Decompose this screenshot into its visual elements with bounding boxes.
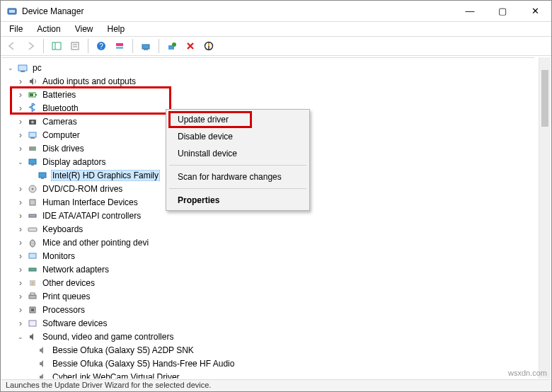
tree-item-sound-controllers[interactable]: Sound, video and game controllers [6, 330, 534, 343]
device-tree[interactable]: pc Audio inputs and outputs Batteries Bl… [1, 57, 534, 379]
svg-rect-20 [30, 93, 33, 96]
separator [159, 39, 159, 53]
menubar: File Action View Help [1, 22, 551, 36]
tree-item[interactable]: Audio inputs and outputs [6, 74, 534, 88]
svg-rect-35 [28, 228, 37, 231]
chevron-right-icon[interactable] [16, 91, 25, 98]
tree-item[interactable]: Batteries [6, 88, 534, 101]
svg-point-32 [32, 188, 34, 190]
tree-item[interactable]: Bessie Ofuka (Galaxy S5) Hands-Free HF A… [6, 357, 534, 370]
svg-rect-34 [29, 214, 36, 217]
chevron-down-icon[interactable] [6, 64, 16, 71]
tree-item[interactable]: Monitors [6, 249, 534, 263]
chevron-right-icon[interactable] [16, 145, 25, 152]
tree-item-label: Software devices [41, 318, 108, 329]
menu-action[interactable]: Action [31, 23, 66, 35]
status-bar: Launches the Update Driver Wizard for th… [1, 379, 551, 391]
minimize-button[interactable]: — [454, 1, 486, 21]
chevron-right-icon[interactable] [16, 226, 25, 233]
tree-item-label: CyberLink WebCam Virtual Driver [51, 371, 181, 379]
chevron-right-icon[interactable] [16, 78, 25, 85]
tree-item-label: Mice and other pointing devi [41, 237, 150, 248]
ctx-scan-hardware[interactable]: Scan for hardware changes [168, 168, 308, 185]
tree-item[interactable]: Print queues [6, 289, 534, 303]
ctx-properties[interactable]: Properties [168, 192, 308, 209]
display-icon [37, 170, 48, 181]
svg-rect-29 [39, 173, 46, 178]
menu-view[interactable]: View [69, 23, 99, 35]
chevron-right-icon[interactable] [16, 320, 25, 327]
tree-item[interactable]: Software devices [6, 316, 534, 330]
svg-rect-38 [29, 268, 36, 271]
properties-button[interactable] [67, 38, 84, 54]
tree-item-label: Other devices [41, 277, 96, 289]
chevron-right-icon[interactable] [16, 132, 25, 139]
update-driver-button[interactable] [137, 38, 154, 54]
chevron-right-icon[interactable] [16, 293, 25, 300]
chevron-right-icon[interactable] [16, 253, 25, 260]
tree-item[interactable]: Keyboards [6, 222, 534, 236]
tree-item[interactable]: Bessie Ofuka (Galaxy S5) A2DP SNK [6, 343, 534, 357]
svg-text:!: ! [32, 280, 33, 287]
vertical-scrollbar[interactable] [539, 57, 551, 379]
chevron-down-icon[interactable] [16, 333, 25, 340]
separator [88, 39, 88, 53]
svg-rect-27 [29, 159, 36, 164]
ctx-uninstall-device[interactable]: Uninstall device [168, 145, 308, 162]
chevron-right-icon[interactable] [16, 212, 25, 219]
svg-rect-19 [35, 94, 37, 96]
svg-rect-41 [29, 295, 36, 299]
audio-device-icon [37, 358, 48, 369]
ctx-update-driver[interactable]: Update driver [168, 111, 308, 128]
tree-item[interactable]: Mice and other pointing devi [6, 236, 534, 249]
chevron-right-icon[interactable] [16, 199, 25, 206]
separator [169, 165, 306, 166]
tree-item-label: IDE ATA/ATAPI controllers [41, 210, 142, 221]
maximize-button[interactable]: ▢ [486, 1, 519, 21]
chevron-right-icon[interactable] [16, 105, 25, 112]
window-title: Device Manager [22, 6, 454, 16]
audio-icon [27, 331, 38, 342]
separator [43, 39, 44, 53]
chevron-right-icon[interactable] [16, 266, 25, 273]
tree-item-label: Audio inputs and outputs [41, 76, 137, 87]
tree-item-label: Bessie Ofuka (Galaxy S5) Hands-Free HF A… [51, 358, 236, 369]
svg-point-14 [172, 42, 176, 47]
help-button[interactable]: ? [93, 38, 110, 54]
menu-help[interactable]: Help [102, 23, 131, 35]
svg-rect-17 [21, 71, 25, 72]
tree-root[interactable]: pc [6, 61, 534, 74]
tree-item[interactable]: CyberLink WebCam Virtual Driver [6, 370, 534, 379]
computer-icon [27, 129, 38, 141]
svg-rect-9 [116, 43, 123, 46]
menu-file[interactable]: File [4, 23, 28, 35]
chevron-right-icon[interactable] [16, 118, 25, 125]
status-text: Launches the Update Driver Wizard for th… [6, 381, 211, 389]
ctx-disable-device[interactable]: Disable device [168, 128, 308, 145]
tree-item-label: Display adaptors [41, 156, 107, 168]
chevron-right-icon[interactable] [16, 185, 25, 192]
tree-item[interactable]: !Other devices [6, 276, 534, 289]
chevron-right-icon[interactable] [16, 239, 25, 246]
tree-item[interactable]: Network adapters [6, 263, 534, 276]
show-hide-tree-button[interactable] [48, 38, 65, 54]
mouse-icon [27, 237, 38, 248]
tree-item[interactable]: Processors [6, 303, 534, 316]
svg-rect-44 [31, 309, 34, 311]
chevron-right-icon[interactable] [16, 279, 25, 287]
close-button[interactable]: ✕ [519, 1, 551, 21]
forward-button[interactable] [22, 38, 39, 54]
svg-rect-10 [116, 47, 123, 49]
uninstall-button[interactable] [182, 38, 199, 54]
toolbar: ? [1, 36, 551, 56]
tree-item-label: Intel(R) HD Graphics Family [51, 170, 160, 181]
chevron-right-icon[interactable] [16, 306, 25, 313]
tree-item-label: Monitors [41, 250, 76, 262]
scan-hardware-button[interactable] [163, 38, 180, 54]
svg-rect-11 [142, 45, 149, 49]
action-button[interactable] [111, 38, 128, 54]
chevron-down-icon[interactable] [16, 158, 25, 166]
back-button[interactable] [4, 38, 21, 54]
tree-item-label: Disk drives [41, 143, 86, 154]
disable-button[interactable] [200, 38, 217, 54]
